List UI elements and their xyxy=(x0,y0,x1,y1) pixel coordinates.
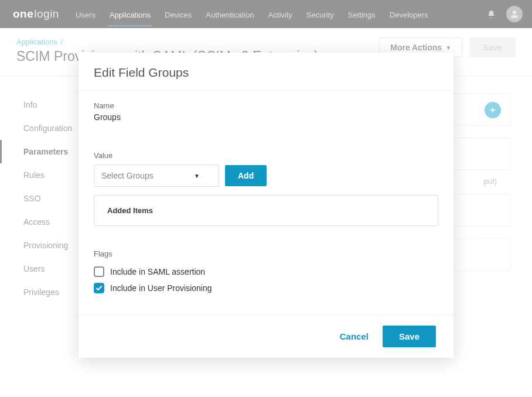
checkbox-saml[interactable] xyxy=(94,266,104,277)
added-items: Added Items xyxy=(94,195,438,226)
select-groups[interactable]: Select Groups ▼ xyxy=(94,165,219,187)
add-button-modal[interactable]: Add xyxy=(225,165,267,186)
modal-body: Name Groups Value Select Groups ▼ Add Ad… xyxy=(79,91,453,314)
modal-overlay: Edit Field Groups Name Groups Value Sele… xyxy=(0,0,532,397)
flags-label: Flags xyxy=(94,249,438,258)
checkbox-provisioning[interactable] xyxy=(94,283,104,293)
save-button[interactable]: Save xyxy=(383,326,436,347)
name-label: Name xyxy=(94,101,438,110)
modal-footer: Cancel Save xyxy=(79,314,453,358)
flag-saml-label: Include in SAML assertion xyxy=(110,267,205,276)
added-items-title: Added Items xyxy=(107,206,153,215)
select-placeholder: Select Groups xyxy=(101,171,154,180)
modal: Edit Field Groups Name Groups Value Sele… xyxy=(79,53,453,358)
modal-title: Edit Field Groups xyxy=(94,66,438,80)
modal-header: Edit Field Groups xyxy=(79,53,453,91)
value-label: Value xyxy=(94,151,438,160)
name-value: Groups xyxy=(94,112,438,122)
cancel-button[interactable]: Cancel xyxy=(340,331,369,341)
flag-prov-label: Include in User Provisioning xyxy=(110,283,212,293)
flag-saml-row[interactable]: Include in SAML assertion xyxy=(94,266,438,277)
caret-down-icon: ▼ xyxy=(194,173,200,179)
flag-prov-row[interactable]: Include in User Provisioning xyxy=(94,283,438,293)
